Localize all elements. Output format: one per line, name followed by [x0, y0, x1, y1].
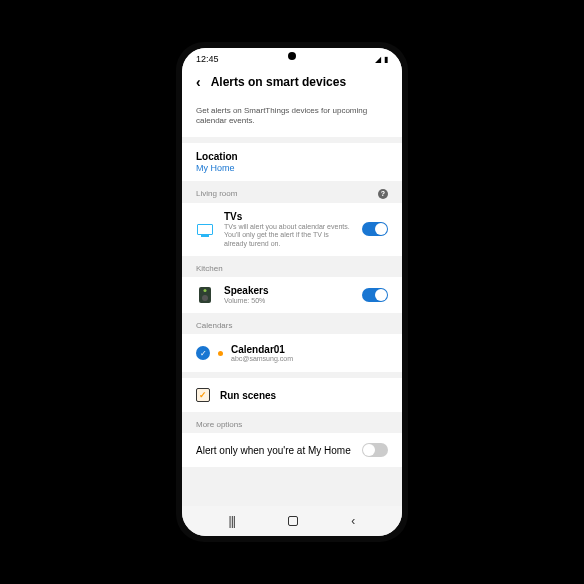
location-label: Location [196, 151, 388, 162]
calendar-row[interactable]: ✓ Calendar01 abc@samsung.com [182, 334, 402, 372]
device-name: TVs [224, 211, 352, 222]
camera-hole [288, 52, 296, 60]
device-info: TVs TVs will alert you about calendar ev… [224, 211, 352, 248]
location-card[interactable]: Location My Home [182, 143, 402, 181]
location-value: My Home [196, 163, 388, 173]
phone-frame: 12:45 ◢ ▮ ‹ Alerts on smart devices Get … [176, 42, 408, 542]
calendar-email: abc@samsung.com [231, 355, 388, 362]
tv-icon [196, 222, 214, 236]
calendar-color-dot [218, 351, 223, 356]
section-title: Living room [196, 189, 237, 198]
intro-text: Get alerts on SmartThings devices for up… [182, 100, 402, 137]
section-title: More options [196, 420, 242, 429]
nav-home-button[interactable] [288, 516, 298, 526]
signal-icon: ◢ [375, 55, 381, 64]
back-button[interactable]: ‹ [196, 74, 201, 90]
alert-location-row[interactable]: Alert only when you're at My Home [182, 433, 402, 467]
device-info: Speakers Volume: 50% [224, 285, 352, 305]
nav-back-button[interactable]: ‹ [351, 514, 355, 528]
option-label: Alert only when you're at My Home [196, 445, 351, 456]
battery-icon: ▮ [384, 55, 388, 64]
tv-toggle[interactable] [362, 222, 388, 236]
section-title: Calendars [196, 321, 232, 330]
content-scroll[interactable]: Get alerts on SmartThings devices for up… [182, 100, 402, 506]
scene-label: Run scenes [220, 390, 276, 401]
section-title: Kitchen [196, 264, 223, 273]
nav-recents-button[interactable]: ||| [229, 514, 235, 528]
device-desc: Volume: 50% [224, 297, 352, 305]
status-indicators: ◢ ▮ [375, 55, 388, 64]
help-icon[interactable]: ? [378, 189, 388, 199]
section-living-room: Living room ? [182, 181, 402, 203]
speaker-icon [196, 288, 214, 302]
section-calendars: Calendars [182, 313, 402, 334]
checkbox-icon[interactable]: ✓ [196, 388, 210, 402]
navigation-bar: ||| ‹ [182, 506, 402, 536]
calendar-info: Calendar01 abc@samsung.com [231, 344, 388, 362]
speaker-toggle[interactable] [362, 288, 388, 302]
run-scenes-row[interactable]: ✓ Run scenes [182, 378, 402, 412]
device-desc: TVs will alert you about calendar events… [224, 223, 352, 248]
device-tv-row[interactable]: TVs TVs will alert you about calendar ev… [182, 203, 402, 256]
status-time: 12:45 [196, 54, 219, 64]
alert-location-toggle[interactable] [362, 443, 388, 457]
page-header: ‹ Alerts on smart devices [182, 66, 402, 100]
page-title: Alerts on smart devices [211, 75, 346, 89]
phone-screen: 12:45 ◢ ▮ ‹ Alerts on smart devices Get … [182, 48, 402, 536]
calendar-name: Calendar01 [231, 344, 388, 355]
check-icon: ✓ [196, 346, 210, 360]
section-more-options: More options [182, 412, 402, 433]
device-speaker-row[interactable]: Speakers Volume: 50% [182, 277, 402, 313]
section-kitchen: Kitchen [182, 256, 402, 277]
device-name: Speakers [224, 285, 352, 296]
